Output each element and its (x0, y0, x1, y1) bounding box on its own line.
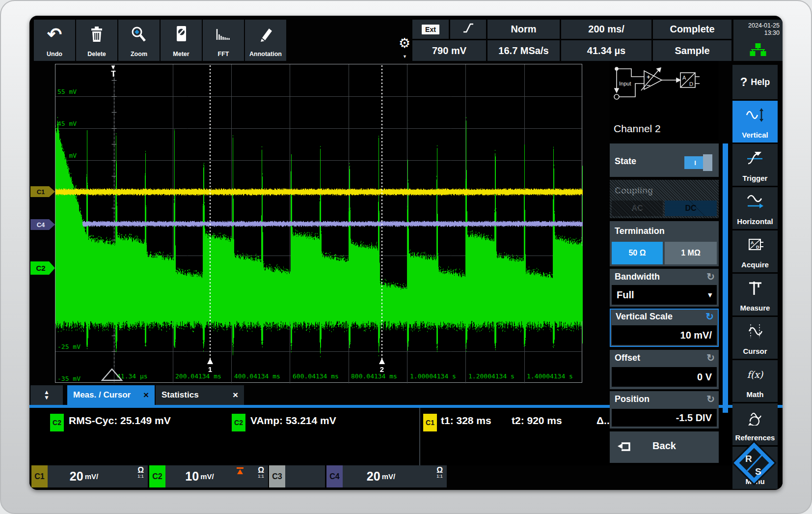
bandwidth-dropdown[interactable]: Full ▾ (612, 285, 717, 305)
position-value: -1.5 DIV (676, 412, 712, 424)
fft-button[interactable]: FFT (203, 20, 244, 61)
meas1-value: RMS-Cyc: 25.149 mV (69, 415, 171, 427)
help-label: Help (751, 77, 770, 87)
channel2-badge[interactable]: C2 (149, 465, 165, 487)
vertical-label: Vertical (732, 131, 778, 139)
zoom-button[interactable]: Zoom (118, 20, 160, 61)
cursor-t1-value: t1: 328 ms (441, 415, 491, 427)
timebase-cell[interactable]: 200 ms/ (561, 20, 651, 39)
termination-50ohm-button[interactable]: 50 Ω (612, 242, 663, 264)
acquisition-status-cell[interactable]: Complete (653, 20, 731, 39)
state-toggle[interactable]: I (684, 154, 713, 171)
menu-acquire-button[interactable]: AD Acquire (732, 230, 778, 272)
tab-meas-cursor[interactable]: Meas. / Cursor × (67, 385, 155, 405)
svg-text:D: D (689, 81, 693, 87)
references-icon (732, 407, 778, 428)
coupling-ac-button[interactable]: AC (612, 200, 663, 216)
termination-label: Termination (615, 226, 665, 236)
back-button[interactable]: Back (610, 431, 719, 463)
channel4-tag[interactable]: C4 (30, 219, 55, 230)
termination-1mohm-button[interactable]: 1 MΩ (665, 242, 717, 264)
menu-trigger-button[interactable]: Trigger (732, 144, 778, 186)
menu-math-button[interactable]: f(x) Math (732, 360, 778, 402)
channel1-tag[interactable]: C1 (30, 186, 55, 197)
position-input[interactable]: -1.5 DIV (612, 409, 717, 427)
device-bezel: ↶ Undo Delete Zoom Meter FFT Annotation … (0, 0, 812, 514)
channel3-badge[interactable]: C3 (269, 465, 285, 487)
meter-button[interactable]: Meter (161, 20, 202, 61)
acquire-label: Acquire (732, 260, 778, 269)
tab-meas-cursor-label: Meas. / Cursor (73, 390, 131, 400)
undo-label: Undo (34, 51, 75, 57)
svg-text:A: A (682, 75, 686, 81)
trigger-level-cell[interactable]: 790 mV (412, 40, 486, 61)
svg-text:Input: Input (619, 81, 631, 86)
state-label: State (615, 156, 636, 167)
acquisition-mode-value: Sample (675, 45, 709, 57)
vertical-scale-reset-icon[interactable]: ↻ (705, 311, 714, 322)
tab-statistics[interactable]: Statistics × (156, 385, 244, 405)
measurement-divider (419, 408, 420, 465)
bandwidth-label: Bandwidth (615, 272, 660, 282)
menu-measure-button[interactable]: Measure (732, 274, 778, 315)
waveform-canvas[interactable] (55, 64, 583, 383)
channel1-badge[interactable]: C1 (31, 465, 48, 487)
channel4-badge[interactable]: C4 (326, 465, 343, 487)
coupling-dc-button[interactable]: DC (665, 200, 717, 216)
undo-button[interactable]: ↶ Undo (34, 20, 75, 61)
trigger-icon (732, 148, 778, 169)
channel4-unit: mV/ (382, 472, 396, 481)
cursor1-number[interactable]: 1 (206, 365, 214, 373)
waveform-display[interactable]: 55 mV45 mV35 mV25 mV15 mV5 mV-5 mV-15 mV… (55, 64, 582, 383)
bandwidth-reset-icon[interactable]: ↻ (706, 271, 715, 283)
trigger-level-value: 790 mV (432, 45, 466, 57)
menu-help-button[interactable]: ? Help (732, 65, 778, 99)
position-reset-icon[interactable]: ↻ (706, 393, 715, 405)
datetime-box[interactable]: 2024-01-25 13:30 (733, 20, 783, 61)
chevron-down-icon: ▾ (708, 290, 712, 299)
annotation-button[interactable]: Annotation (245, 20, 286, 61)
vertical-scale-label: Vertical Scale (616, 312, 673, 322)
acquisition-mode-cell[interactable]: Sample (653, 40, 731, 61)
trigger-position-marker-icon[interactable] (101, 368, 123, 383)
position-label: Position (615, 394, 650, 404)
tab-statistics-close-icon[interactable]: × (226, 390, 238, 400)
offset-reset-icon[interactable]: ↻ (706, 352, 715, 364)
tab-meas-cursor-close-icon[interactable]: × (136, 390, 149, 400)
menu-vertical-button[interactable]: Vertical (732, 101, 778, 143)
trigger-source-cell[interactable]: Ext (412, 20, 449, 39)
channel4-scale-cell[interactable]: 20mV/ Ω1:1 (343, 465, 447, 487)
horizontal-position-cell[interactable]: 41.34 µs (561, 40, 651, 61)
menu-cursor-button[interactable]: Cursor (732, 317, 778, 359)
termination-row: Termination 50 Ω 1 MΩ (610, 221, 719, 266)
channel2-ratio: 1:1 (258, 473, 264, 480)
meter-label: Meter (161, 51, 202, 57)
cursor2-number[interactable]: 2 (378, 365, 386, 373)
channel1-scale-cell[interactable]: 20mV/ Ω1:1 (48, 465, 148, 487)
cursor-icon (732, 321, 778, 342)
horizontal-position-value: 41.34 µs (587, 45, 625, 57)
menu-horizontal-button[interactable]: Horizontal (732, 187, 778, 229)
network-icon (749, 43, 767, 58)
channel3-scale-cell[interactable] (285, 465, 325, 487)
offset-input[interactable]: 0 V (612, 367, 717, 387)
channel2-scale-cell[interactable]: 10mV/ Ω1:1 (165, 465, 268, 487)
svg-text:S: S (755, 466, 761, 477)
vertical-scale-input[interactable]: 10 mV/ (612, 325, 717, 345)
results-updown-control[interactable]: ▲ ▼ (30, 385, 63, 405)
trigger-mode-value: Norm (511, 24, 536, 35)
gear-icon[interactable]: ⚙ (399, 35, 410, 51)
channel2-tag[interactable]: C2 (30, 261, 55, 275)
trigger-edge-cell[interactable] (450, 20, 486, 39)
delete-button[interactable]: Delete (76, 20, 117, 61)
bandwidth-row: Bandwidth ↻ Full ▾ (610, 269, 719, 307)
horizontal-icon (732, 191, 778, 212)
rs-logo-icon[interactable]: RS (731, 439, 778, 486)
sample-rate-cell[interactable]: 16.7 MSa/s (487, 40, 560, 61)
panel-scrollbar[interactable] (723, 143, 728, 413)
trigger-mode-cell[interactable]: Norm (487, 20, 560, 39)
acquire-icon: AD (732, 234, 778, 255)
cursor-channel-badge: C1 (423, 414, 437, 431)
meter-icon (161, 24, 202, 45)
math-fx-icon: f(x) (732, 364, 778, 385)
